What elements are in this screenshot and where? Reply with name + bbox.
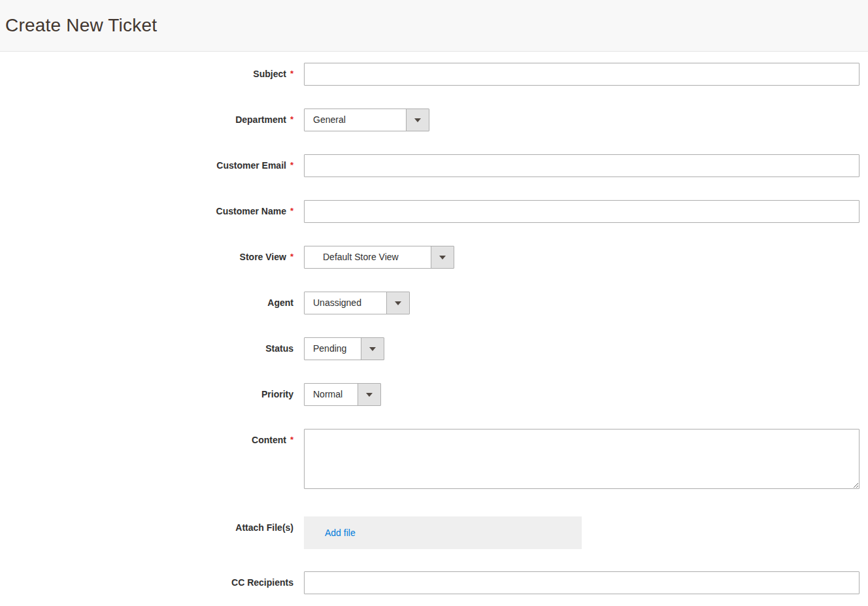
agent-select[interactable]: Unassigned xyxy=(304,292,410,314)
status-select[interactable]: Pending xyxy=(304,337,384,360)
customer-name-label: Customer Name* xyxy=(0,200,293,223)
subject-input[interactable] xyxy=(304,63,860,86)
field-row-subject: Subject* xyxy=(0,63,868,86)
page-header: Create New Ticket xyxy=(0,0,868,52)
cc-recipients-label: CC Recipients xyxy=(0,571,293,594)
field-row-customer-email: Customer Email* xyxy=(0,154,868,177)
department-label: Department* xyxy=(0,109,293,131)
attach-files-dropzone: Add file xyxy=(304,516,582,549)
add-file-link[interactable]: Add file xyxy=(325,528,356,538)
store-view-select[interactable]: Default Store View xyxy=(304,246,454,269)
field-row-priority: Priority Normal xyxy=(0,383,868,406)
chevron-down-icon xyxy=(406,109,429,131)
chevron-down-icon xyxy=(431,246,454,268)
status-label: Status xyxy=(0,337,293,360)
field-row-status: Status Pending xyxy=(0,337,868,360)
store-view-select-value: Default Store View xyxy=(305,246,431,268)
create-new-ticket-page: Create New Ticket Subject* Department* G… xyxy=(0,0,868,606)
priority-select[interactable]: Normal xyxy=(304,383,381,406)
priority-label: Priority xyxy=(0,383,293,406)
field-row-agent: Agent Unassigned xyxy=(0,292,868,314)
field-row-cc-recipients: CC Recipients xyxy=(0,571,868,594)
field-row-customer-name: Customer Name* xyxy=(0,200,868,223)
required-asterisk: * xyxy=(290,160,293,170)
new-ticket-form: Subject* Department* General Customer Em… xyxy=(0,52,868,594)
field-row-attach-files: Attach File(s) Add file xyxy=(0,516,868,549)
field-row-store-view: Store View* Default Store View xyxy=(0,246,868,269)
customer-email-label: Customer Email* xyxy=(0,154,293,177)
customer-name-input[interactable] xyxy=(304,200,860,223)
field-row-content: Content* xyxy=(0,429,868,489)
agent-label: Agent xyxy=(0,292,293,314)
chevron-down-icon xyxy=(358,384,380,405)
chevron-down-icon xyxy=(386,292,409,314)
content-textarea[interactable] xyxy=(304,429,860,489)
agent-select-value: Unassigned xyxy=(305,292,386,314)
department-select[interactable]: General xyxy=(304,109,429,131)
page-title: Create New Ticket xyxy=(5,15,157,36)
department-select-value: General xyxy=(305,109,406,131)
priority-select-value: Normal xyxy=(305,384,358,405)
content-label: Content* xyxy=(0,429,293,489)
required-asterisk: * xyxy=(290,435,293,445)
cc-recipients-input[interactable] xyxy=(304,571,860,594)
field-row-department: Department* General xyxy=(0,109,868,131)
status-select-value: Pending xyxy=(305,338,361,360)
required-asterisk: * xyxy=(290,252,293,261)
required-asterisk: * xyxy=(290,206,293,216)
subject-label: Subject* xyxy=(0,63,293,86)
chevron-down-icon xyxy=(361,338,384,360)
required-asterisk: * xyxy=(290,69,293,78)
required-asterisk: * xyxy=(290,114,293,124)
customer-email-input[interactable] xyxy=(304,154,860,177)
attach-files-label: Attach File(s) xyxy=(0,516,293,549)
store-view-label: Store View* xyxy=(0,246,293,269)
